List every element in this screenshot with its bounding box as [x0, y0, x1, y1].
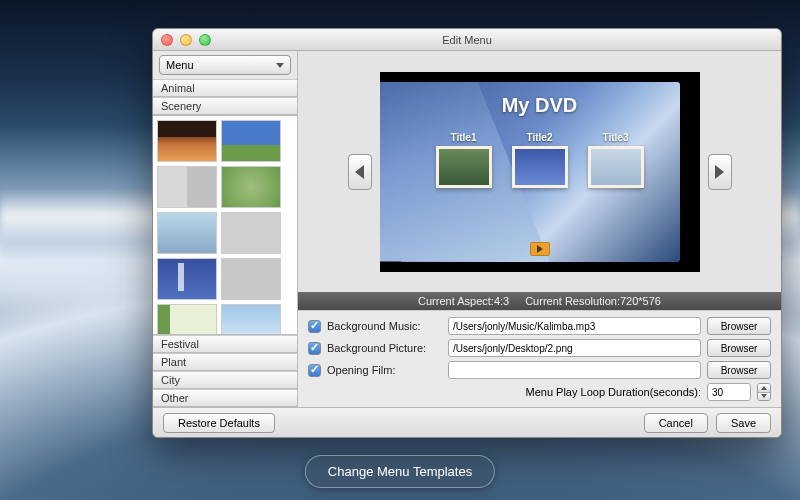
bg-music-label: Background Music:	[327, 320, 442, 332]
template-thumb[interactable]	[157, 166, 217, 208]
dvd-title-item[interactable]: Title2	[512, 132, 568, 188]
sidebar: Menu Animal Scenery Festival Plant City …	[153, 51, 298, 407]
preview-area: My DVD Title1 Title2 Title3	[298, 51, 781, 292]
bg-music-check[interactable]	[308, 320, 321, 333]
opening-film-field[interactable]	[448, 361, 701, 379]
window-title: Edit Menu	[153, 34, 781, 46]
template-thumbnails	[153, 115, 297, 335]
template-thumb[interactable]	[157, 258, 217, 300]
category-festival[interactable]: Festival	[153, 335, 297, 353]
template-thumb[interactable]	[221, 120, 281, 162]
template-thumb[interactable]	[157, 120, 217, 162]
template-thumb[interactable]	[221, 304, 281, 335]
chevron-right-icon	[715, 165, 724, 179]
aspect-status: Current Aspect:4:3	[418, 295, 509, 307]
category-scenery[interactable]: Scenery	[153, 97, 297, 115]
category-animal[interactable]: Animal	[153, 79, 297, 97]
opening-film-browse-button[interactable]: Browser	[707, 361, 771, 379]
menu-selector-label: Menu	[166, 59, 194, 71]
dvd-title[interactable]: My DVD	[380, 94, 700, 117]
duration-stepper[interactable]	[757, 383, 771, 401]
opening-film-label: Opening Film:	[327, 364, 442, 376]
chevron-left-icon	[355, 165, 364, 179]
category-other[interactable]: Other	[153, 389, 297, 407]
settings-form: Background Music: Browser Background Pic…	[298, 310, 781, 407]
bg-picture-browse-button[interactable]: Browser	[707, 339, 771, 357]
step-up-icon[interactable]	[758, 384, 770, 393]
template-thumb[interactable]	[221, 166, 281, 208]
bg-picture-label: Background Picture:	[327, 342, 442, 354]
dvd-thumb	[512, 146, 568, 188]
titlebar: Edit Menu	[153, 29, 781, 51]
template-thumb[interactable]	[221, 258, 281, 300]
restore-defaults-button[interactable]: Restore Defaults	[163, 413, 275, 433]
dvd-preview: My DVD Title1 Title2 Title3	[380, 72, 700, 272]
dvd-thumb	[436, 146, 492, 188]
dvd-title-item[interactable]: Title1	[436, 132, 492, 188]
category-plant[interactable]: Plant	[153, 353, 297, 371]
template-thumb[interactable]	[157, 304, 217, 335]
next-button[interactable]	[708, 154, 732, 190]
dvd-title-item[interactable]: Title3	[588, 132, 644, 188]
dvd-thumb	[588, 146, 644, 188]
bg-picture-check[interactable]	[308, 342, 321, 355]
prev-button[interactable]	[348, 154, 372, 190]
category-city[interactable]: City	[153, 371, 297, 389]
main-panel: My DVD Title1 Title2 Title3	[298, 51, 781, 407]
window-footer: Restore Defaults Cancel Save	[153, 407, 781, 437]
opening-film-check[interactable]	[308, 364, 321, 377]
bg-music-browse-button[interactable]: Browser	[707, 317, 771, 335]
template-thumb[interactable]	[157, 212, 217, 254]
play-icon[interactable]	[530, 242, 550, 256]
template-thumb[interactable]	[221, 212, 281, 254]
change-templates-button[interactable]: Change Menu Templates	[305, 455, 495, 488]
resolution-status: Current Resolution:720*576	[525, 295, 661, 307]
cancel-button[interactable]: Cancel	[644, 413, 708, 433]
duration-field[interactable]	[707, 383, 751, 401]
bg-picture-field[interactable]	[448, 339, 701, 357]
edit-menu-window: Edit Menu Menu Animal Scenery Festival	[152, 28, 782, 438]
bg-music-field[interactable]	[448, 317, 701, 335]
duration-label: Menu Play Loop Duration(seconds):	[526, 386, 701, 398]
menu-selector[interactable]: Menu	[159, 55, 291, 75]
status-bar: Current Aspect:4:3 Current Resolution:72…	[298, 292, 781, 310]
save-button[interactable]: Save	[716, 413, 771, 433]
step-down-icon[interactable]	[758, 393, 770, 401]
